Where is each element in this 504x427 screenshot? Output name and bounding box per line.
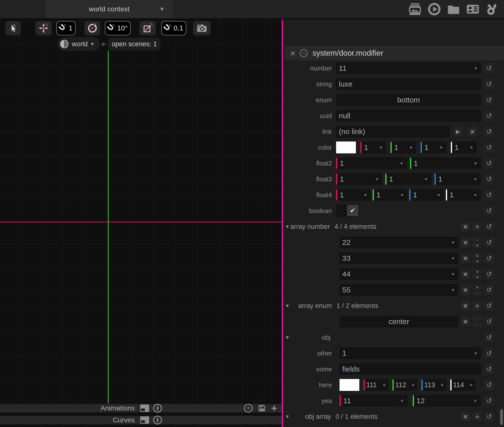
drag-knob[interactable] [399,192,405,198]
color-a-input[interactable]: 1 [451,142,477,153]
reset-button[interactable]: ↺ [484,221,494,232]
reset-button[interactable]: ↺ [484,63,494,73]
boolean-checkbox[interactable]: ✔ [336,205,358,217]
drag-knob[interactable] [439,382,445,388]
collapse-triangle-icon[interactable]: ▼ [285,303,290,309]
float3-x-input[interactable]: 1 [336,173,382,185]
reset-button[interactable]: ↺ [484,190,494,200]
reset-button[interactable]: ↺ [484,396,494,406]
link-input[interactable]: (no link) [336,126,449,137]
drag-knob[interactable] [450,239,456,246]
here-r-input[interactable]: 111 [364,379,388,391]
enum-select[interactable]: bottom [336,94,481,106]
move-up-icon[interactable]: ▲ [472,316,482,321]
drag-knob[interactable] [472,192,479,198]
reset-button[interactable]: ↺ [484,348,494,358]
scale-tool-button[interactable] [139,21,156,35]
move-up-icon[interactable]: ▲ [472,237,482,242]
array-clear-button[interactable]: × [460,411,471,422]
link-clear-button[interactable]: × [467,126,478,137]
array-clear-button[interactable]: × [460,221,471,232]
save-icon[interactable] [258,404,266,412]
drag-knob[interactable] [438,144,444,151]
clear-animation-icon[interactable]: × [244,404,253,413]
number-input[interactable]: 11 [336,63,481,74]
array-item-input[interactable]: 55 [340,284,458,296]
float4-w-input[interactable]: 1 [446,189,481,201]
move-up-icon[interactable]: ▲ [472,253,482,258]
array-add-button[interactable]: + [472,221,482,232]
reset-button[interactable]: ↺ [484,95,494,105]
uuid-input[interactable]: null [336,110,481,121]
play-icon[interactable] [428,3,441,16]
array-item-remove-button[interactable]: × [460,269,471,279]
array-item-remove-button[interactable]: × [460,316,471,327]
rotate-tool-button[interactable] [84,21,100,35]
reset-button[interactable]: ↺ [484,411,494,422]
luxe-logo-icon[interactable] [486,3,499,16]
open-scenes-badge[interactable]: open scenes: 1 [108,38,160,50]
inspector-scrollbar[interactable] [500,409,503,425]
reset-button[interactable]: ↺ [484,253,494,263]
other-input[interactable]: 1 [340,348,481,359]
float3-z-input[interactable]: 1 [435,173,481,185]
select-tool-button[interactable] [5,21,21,35]
array-add-button[interactable]: + [472,301,482,311]
color-r-input[interactable]: 1 [360,142,386,153]
array-item-remove-button[interactable]: × [460,285,471,295]
reset-button[interactable]: ↺ [484,158,494,168]
move-down-icon[interactable]: ▼ [472,322,482,327]
move-tool-button[interactable] [35,21,52,35]
color-g-input[interactable]: 1 [390,142,416,153]
reset-button[interactable]: ↺ [484,142,494,153]
drag-knob[interactable] [468,144,475,151]
here-b-input[interactable]: 113 [421,379,446,391]
color-swatch[interactable] [336,142,356,153]
string-input[interactable]: luxe [336,78,481,90]
snap-scale-button[interactable]: 0.1 [161,21,186,35]
array-item-input[interactable]: 22 [340,237,458,248]
move-down-icon[interactable]: ▼ [472,259,482,264]
array-item-input[interactable]: 44 [340,268,458,280]
array-item-input[interactable]: 33 [340,253,458,264]
animations-panel-bar[interactable]: Animations × + [0,403,282,413]
reset-button[interactable]: ↺ [484,316,494,327]
reset-button[interactable]: ↺ [484,269,494,279]
drag-knob[interactable] [450,255,456,261]
collapse-triangle-icon[interactable]: ▼ [285,224,290,230]
move-up-icon[interactable]: ▲ [472,268,482,274]
drag-knob[interactable] [362,192,369,198]
float4-x-input[interactable]: 1 [336,189,371,201]
curves-panel-bar[interactable]: Curves [0,415,282,425]
float2-y-input[interactable]: 1 [410,158,481,169]
reset-button[interactable]: ↺ [484,237,494,248]
reset-button[interactable]: ↺ [484,301,494,311]
panel-dock-icon[interactable] [140,404,149,412]
context-selector[interactable]: world context ▼ [46,0,172,18]
reset-button[interactable]: ↺ [484,206,494,216]
some-input[interactable]: fields [340,363,481,375]
collapse-triangle-icon[interactable]: ▼ [285,335,290,340]
drag-knob[interactable] [381,382,388,388]
profile-card-icon[interactable] [466,3,479,16]
float4-z-input[interactable]: 1 [409,189,444,201]
drag-knob[interactable] [410,382,416,388]
drag-knob[interactable] [450,271,456,277]
reset-button[interactable]: ↺ [484,111,494,121]
panel-dock-icon[interactable] [140,416,149,424]
drag-knob[interactable] [374,176,380,182]
drag-knob[interactable] [473,350,479,356]
snap-rotate-button[interactable]: 10° [105,21,131,35]
reset-button[interactable]: ↺ [484,174,494,184]
snap-move-button[interactable]: 1 [56,21,76,35]
move-up-icon[interactable]: ▲ [472,284,482,290]
remove-modifier-icon[interactable]: × [290,49,295,57]
drag-knob[interactable] [450,287,456,293]
here-a-input[interactable]: 114 [450,379,475,391]
drag-knob[interactable] [435,192,442,198]
color-b-input[interactable]: 1 [421,142,446,153]
drag-knob[interactable] [408,144,414,151]
float2-x-input[interactable]: 1 [336,158,407,169]
yea-x-input[interactable]: 11 [340,395,407,406]
float3-y-input[interactable]: 1 [385,173,431,185]
